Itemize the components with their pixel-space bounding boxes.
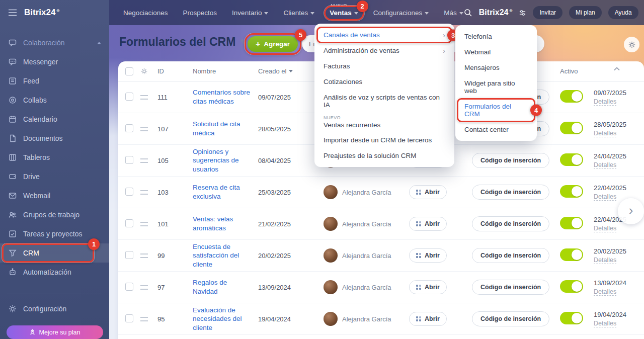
open-button[interactable]: Abrir xyxy=(409,248,447,263)
header-id[interactable]: ID xyxy=(157,67,193,75)
form-name-link[interactable]: Reserva de cita exclusiva xyxy=(193,183,258,201)
row-checkbox[interactable] xyxy=(125,219,133,227)
nav-item-clientes[interactable]: Clientes xyxy=(283,9,314,17)
sidebar-item-calendario[interactable]: Calendario xyxy=(0,110,109,129)
form-name-link[interactable]: Opiniones y sugerencias de usuarios xyxy=(193,147,258,174)
grid-settings-gear-icon[interactable] xyxy=(140,67,157,75)
header-created[interactable]: Creado el xyxy=(258,67,324,75)
details-link[interactable]: Detalles xyxy=(594,257,616,264)
page-settings-gear-icon[interactable] xyxy=(624,37,639,52)
scroll-top-icon[interactable] xyxy=(614,67,620,71)
sidebar-item-collabs[interactable]: Collabs xyxy=(0,91,109,110)
row-checkbox[interactable] xyxy=(125,251,133,259)
menu-item-analisis-de-voz[interactable]: Análisis de voz y scripts de ventas con … xyxy=(314,90,454,113)
header-name[interactable]: Nombre xyxy=(193,67,258,75)
active-toggle[interactable] xyxy=(560,248,583,261)
embed-code-button[interactable]: Código de inserción xyxy=(472,216,549,231)
sidebar-item-grupos-de-trabajo[interactable]: Grupos de trabajo xyxy=(0,205,109,224)
drag-handle-icon[interactable] xyxy=(140,95,148,100)
active-toggle[interactable] xyxy=(560,122,583,134)
drag-handle-icon[interactable] xyxy=(140,222,148,226)
details-link[interactable]: Detalles xyxy=(594,193,616,201)
sidebar-item-crm[interactable]: CRM 1 xyxy=(0,243,109,263)
sidebar-item-automatizacion[interactable]: Automatización xyxy=(0,263,109,282)
menu-item-facturas[interactable]: Facturas xyxy=(314,58,454,74)
details-link[interactable]: Detalles xyxy=(594,225,616,232)
my-plan-button[interactable]: Mi plan xyxy=(569,6,602,19)
form-name-link[interactable]: Encuesta de satisfacción del cliente xyxy=(193,242,258,269)
embed-code-button[interactable]: Código de inserción xyxy=(472,185,549,200)
search-icon[interactable] xyxy=(463,8,472,17)
submenu-item-formularios-del-crm[interactable]: Formularios del CRM 4 xyxy=(455,99,537,122)
active-toggle[interactable] xyxy=(560,185,583,198)
drag-handle-icon[interactable] xyxy=(140,285,148,290)
menu-item-canales-de-ventas[interactable]: Canales de ventas › 3 xyxy=(314,27,454,43)
details-link[interactable]: Detalles xyxy=(594,288,616,296)
active-toggle[interactable] xyxy=(560,153,583,166)
row-checkbox[interactable] xyxy=(125,314,133,322)
menu-item-administracion-de-ventas[interactable]: Administración de ventas › xyxy=(314,43,454,58)
details-link[interactable]: Detalles xyxy=(594,98,616,106)
row-checkbox[interactable] xyxy=(125,124,133,132)
sidebar-item-drive[interactable]: Drive xyxy=(0,167,109,186)
form-name-link[interactable]: Comentarios sobre citas médicas xyxy=(193,88,258,106)
next-columns-button[interactable]: › xyxy=(618,198,644,224)
drag-handle-icon[interactable] xyxy=(140,253,148,258)
details-link[interactable]: Detalles xyxy=(594,161,616,169)
header-active[interactable]: Activo xyxy=(560,67,594,75)
row-checkbox[interactable] xyxy=(125,188,133,196)
open-button[interactable]: Abrir xyxy=(409,280,447,294)
active-toggle[interactable] xyxy=(560,90,583,103)
add-button[interactable]: + Agregar xyxy=(248,36,298,52)
menu-item-cotizaciones[interactable]: Cotizaciones xyxy=(314,74,454,90)
form-name-link[interactable]: Evaluación de necesidades del cliente xyxy=(193,306,258,332)
drag-handle-icon[interactable] xyxy=(140,127,148,131)
sidebar-item-messenger[interactable]: Messenger xyxy=(0,52,109,71)
menu-item-importar-crm-terceros[interactable]: Importar desde un CRM de terceros xyxy=(314,132,454,148)
embed-code-button[interactable]: Código de inserción xyxy=(472,311,549,326)
drag-handle-icon[interactable] xyxy=(140,158,148,163)
sidebar-item-tableros[interactable]: Tableros xyxy=(0,148,109,167)
row-checkbox[interactable] xyxy=(125,156,133,164)
sidebar-item-webmail[interactable]: Webmail xyxy=(0,186,109,205)
menu-item-ventas-recurrentes[interactable]: NUEVO Ventas recurrentes xyxy=(314,113,454,132)
active-toggle[interactable] xyxy=(560,217,583,229)
nav-item-negociaciones[interactable]: Negociaciones xyxy=(123,9,168,17)
form-name-link[interactable]: Solicitud de cita médica xyxy=(193,120,258,137)
upgrade-plan-button[interactable]: Mejore su plan xyxy=(7,325,103,339)
submenu-item-widget-sitio-web[interactable]: Widget para sitio web xyxy=(455,75,537,99)
details-link[interactable]: Detalles xyxy=(594,320,616,327)
nav-item-ventas[interactable]: NUEVO Ventas 2 xyxy=(330,9,358,17)
plan-switcher-icon[interactable] xyxy=(519,9,526,17)
active-toggle[interactable] xyxy=(560,280,583,293)
embed-code-button[interactable]: Código de inserción xyxy=(472,153,549,168)
embed-code-button[interactable]: Código de inserción xyxy=(472,280,549,295)
nav-item-mas[interactable]: Más xyxy=(444,9,463,17)
details-link[interactable]: Detalles xyxy=(594,130,616,137)
sidebar-item-colaboracion[interactable]: Colaboración xyxy=(0,33,109,52)
form-name-link[interactable]: Ventas: velas aromáticas xyxy=(193,215,258,232)
form-name-link[interactable]: Regalos de Navidad xyxy=(193,278,258,296)
help-button[interactable]: Ayuda xyxy=(608,6,638,19)
open-button[interactable]: Abrir xyxy=(409,217,447,231)
sidebar-item-configuracion[interactable]: Configuración xyxy=(0,299,109,318)
row-checkbox[interactable] xyxy=(125,93,133,101)
menu-item-preajustes-solucion-crm[interactable]: Preajustes de la solución CRM xyxy=(314,148,454,163)
nav-item-configuraciones[interactable]: Configuraciones xyxy=(373,9,429,17)
active-toggle[interactable] xyxy=(560,312,583,324)
open-button[interactable]: Abrir xyxy=(409,185,447,199)
drag-handle-icon[interactable] xyxy=(140,190,148,195)
nav-item-inventario[interactable]: Inventario xyxy=(232,9,268,17)
drag-handle-icon[interactable] xyxy=(140,317,148,321)
open-button[interactable]: Abrir xyxy=(409,312,447,326)
edit-title-icon[interactable]: ✎ xyxy=(240,38,247,47)
submenu-item-telefonia[interactable]: Telefonía xyxy=(455,29,537,44)
select-all-checkbox[interactable] xyxy=(125,67,133,75)
nav-item-prospectos[interactable]: Prospectos xyxy=(183,9,217,17)
embed-code-button[interactable]: Código de inserción xyxy=(472,248,549,263)
submenu-item-webmail[interactable]: Webmail xyxy=(455,44,537,60)
row-checkbox[interactable] xyxy=(125,283,133,291)
sidebar-item-feed[interactable]: Feed xyxy=(0,71,109,91)
invite-button[interactable]: Invitar xyxy=(533,6,562,19)
submenu-item-contact-center[interactable]: Contact center xyxy=(455,122,537,137)
